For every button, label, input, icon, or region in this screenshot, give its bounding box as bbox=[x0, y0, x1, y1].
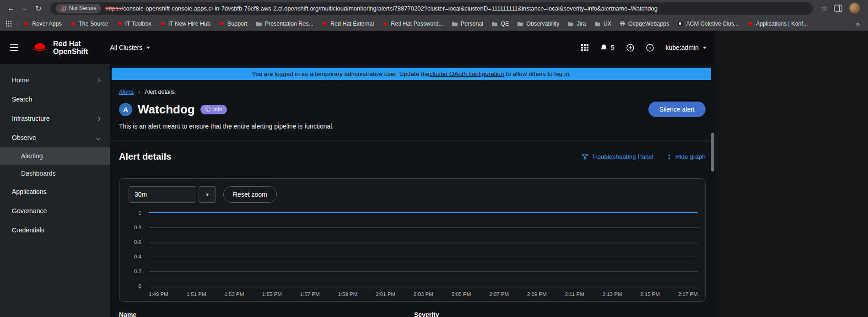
chart-plot[interactable] bbox=[149, 213, 698, 286]
address-bar[interactable]: Not Secure https://console-openshift-con… bbox=[50, 2, 813, 15]
browser-toolbar: ← → ↻ Not Secure https://console-openshi… bbox=[0, 0, 868, 16]
y-axis: 00.20.40.60.81 bbox=[119, 213, 146, 286]
apps-grid-icon[interactable] bbox=[5, 21, 12, 27]
y-axis-label: 0.2 bbox=[134, 269, 141, 274]
breadcrumb-separator-icon: › bbox=[138, 88, 140, 95]
x-axis-label: 1:55 PM bbox=[262, 291, 282, 297]
user-menu[interactable]: kube:admin bbox=[666, 44, 706, 51]
x-axis-label: 2:01 PM bbox=[376, 291, 395, 297]
brand-logo[interactable]: Red Hat OpenShift bbox=[31, 40, 88, 55]
bookmark-item[interactable]: QE bbox=[491, 21, 509, 27]
folder-favicon-icon bbox=[256, 21, 262, 27]
y-axis-label: 0.4 bbox=[134, 254, 141, 259]
bookmark-item[interactable]: Presentation Res... bbox=[256, 21, 313, 27]
bookmark-item[interactable]: OcpqeWebapps bbox=[620, 21, 669, 27]
folder-favicon-icon bbox=[567, 21, 574, 27]
username: kube:admin bbox=[666, 44, 699, 51]
forward-icon[interactable]: → bbox=[18, 2, 31, 15]
nav-toggle-icon[interactable] bbox=[10, 44, 18, 51]
x-axis-label: 2:09 PM bbox=[527, 291, 547, 297]
bookmark-item[interactable]: ACM Coletive Clus... bbox=[677, 21, 739, 27]
x-axis-label: 2:05 PM bbox=[452, 291, 471, 297]
notifications-button[interactable]: 5 bbox=[600, 44, 615, 52]
page-title: Watchdog bbox=[138, 102, 195, 117]
sidebar-item-home[interactable]: Home bbox=[0, 70, 110, 90]
bookmark-label: Observability bbox=[526, 21, 559, 27]
side-panel-icon[interactable] bbox=[834, 5, 842, 12]
graph-controls: 30m ▾ Reset zoom bbox=[129, 186, 277, 203]
bookmarks-overflow-icon[interactable]: » bbox=[853, 20, 863, 27]
y-axis-label: 0.8 bbox=[134, 225, 141, 230]
security-chip[interactable]: Not Secure bbox=[56, 4, 101, 13]
bookmark-item[interactable]: Applications | Konf... bbox=[747, 21, 808, 27]
bookmark-item[interactable]: Jira bbox=[567, 21, 586, 27]
alert-description: This is an alert meant to ensure that th… bbox=[119, 123, 706, 130]
bookmark-item[interactable]: IT New Hire Hub bbox=[160, 21, 210, 27]
bookmark-item[interactable]: Red Hat Password... bbox=[382, 21, 443, 27]
sidebar-item-credentials[interactable]: Credentials bbox=[0, 220, 110, 240]
sidebar-item-dashboards[interactable]: Dashboards bbox=[0, 165, 110, 182]
redhat-favicon-icon bbox=[23, 21, 29, 27]
chart-gridline bbox=[149, 242, 698, 242]
sidebar-item-label: Dashboards bbox=[21, 170, 56, 177]
x-axis-label: 2:15 PM bbox=[640, 291, 660, 297]
cluster-selector[interactable]: All Clusters bbox=[110, 44, 150, 51]
bookmarks-list: Rover AppsThe SourceIT ToolboxIT New Hir… bbox=[23, 21, 808, 27]
troubleshooting-panel-link[interactable]: Troubleshooting Panel bbox=[582, 153, 653, 160]
bookmark-item[interactable]: Personal bbox=[452, 21, 483, 27]
redhat-favicon-icon bbox=[70, 21, 76, 27]
timespan-select[interactable]: 30m bbox=[129, 186, 196, 203]
sidebar-item-governance[interactable]: Governance bbox=[0, 201, 110, 220]
bookmark-item[interactable]: UX bbox=[594, 21, 611, 27]
sidebar-item-applications[interactable]: Applications bbox=[0, 182, 110, 201]
sidebar-item-observe[interactable]: Observe bbox=[0, 128, 110, 147]
severity-badge: i Info bbox=[200, 105, 227, 114]
bookmarks-bar: | Rover AppsThe SourceIT ToolboxIT New H… bbox=[0, 16, 868, 31]
silence-alert-button[interactable]: Silence alert bbox=[648, 102, 706, 117]
series-line-watchdog bbox=[149, 212, 698, 213]
globe-favicon-icon bbox=[620, 21, 625, 27]
chevron-right-icon bbox=[96, 116, 101, 121]
alert-avatar: A bbox=[119, 103, 132, 116]
bookmark-label: IT New Hire Hub bbox=[168, 21, 210, 27]
bookmark-item[interactable]: Red Hat External bbox=[322, 21, 374, 27]
x-axis-label: 1:51 PM bbox=[187, 291, 206, 297]
url-rest: console-openshift-console.apps.ci-ln-7dv… bbox=[123, 5, 658, 12]
toolbar-actions: ☆ bbox=[818, 2, 863, 14]
bookmark-star-icon[interactable]: ☆ bbox=[821, 4, 828, 13]
chevron-down-icon bbox=[703, 47, 706, 49]
chart-gridline bbox=[149, 271, 698, 272]
bookmark-label: QE bbox=[501, 21, 509, 27]
bookmark-item[interactable]: Support bbox=[219, 21, 248, 27]
app-launcher-icon[interactable] bbox=[581, 44, 588, 51]
reset-zoom-button[interactable]: Reset zoom bbox=[223, 186, 277, 203]
timespan-caret-button[interactable]: ▾ bbox=[199, 186, 216, 203]
compress-icon bbox=[666, 154, 672, 160]
back-icon[interactable]: ← bbox=[5, 2, 17, 15]
sidebar-item-infrastructure[interactable]: Infrastructure bbox=[0, 109, 110, 128]
reload-icon[interactable]: ↻ bbox=[32, 2, 45, 15]
x-axis-label: 2:17 PM bbox=[678, 291, 698, 297]
page-scrollbar-thumb[interactable] bbox=[711, 133, 714, 172]
y-axis-label: 1 bbox=[139, 210, 141, 215]
bookmark-item[interactable]: The Source bbox=[70, 21, 108, 27]
sidebar-item-search[interactable]: Search bbox=[0, 90, 110, 109]
bookmark-item[interactable]: IT Toolbox bbox=[117, 21, 151, 27]
hide-graph-link[interactable]: Hide graph bbox=[666, 153, 706, 160]
chart-gridline bbox=[149, 227, 698, 228]
browser-profile-avatar[interactable] bbox=[849, 2, 861, 14]
bookmark-item[interactable]: Rover Apps bbox=[23, 21, 62, 27]
oauth-config-link[interactable]: cluster OAuth configuration bbox=[430, 70, 504, 77]
quick-create-icon[interactable] bbox=[626, 44, 634, 52]
sidebar-item-label: Observe bbox=[12, 134, 36, 141]
redhat-favicon-icon bbox=[219, 21, 225, 27]
bookmark-item[interactable]: Observability bbox=[517, 21, 559, 27]
bookmark-label: Rover Apps bbox=[32, 21, 62, 27]
x-axis-label: 2:13 PM bbox=[603, 291, 622, 297]
breadcrumb-alerts-link[interactable]: Alerts bbox=[119, 89, 134, 95]
sidebar-item-alerting[interactable]: Alerting bbox=[0, 147, 110, 165]
sidebar-item-label: Search bbox=[12, 96, 32, 103]
masthead-actions: 5 ? kube:admin bbox=[581, 44, 706, 52]
sidebar-item-label: Home bbox=[12, 76, 29, 84]
help-icon[interactable]: ? bbox=[646, 44, 654, 52]
